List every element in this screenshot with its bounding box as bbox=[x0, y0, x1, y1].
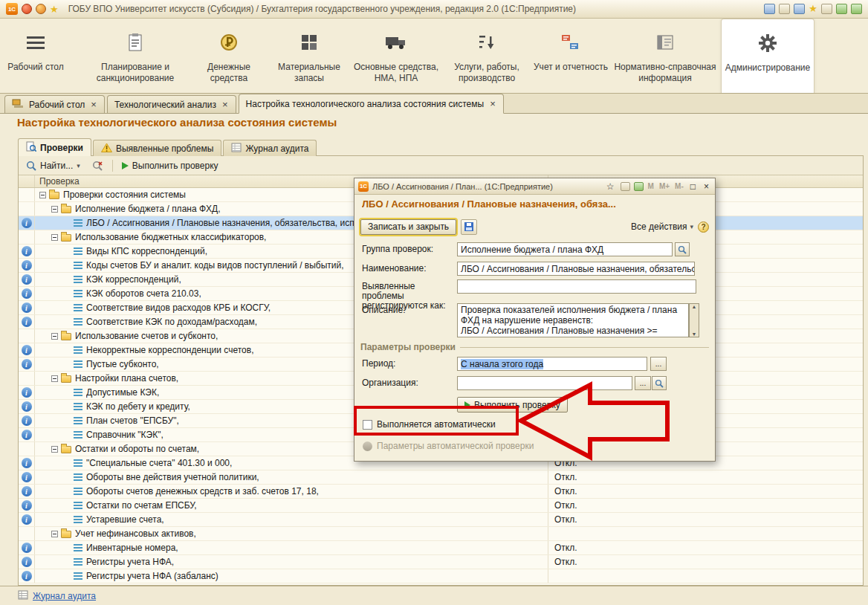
table-row[interactable]: iОстатки по счетам ЕПСБУ,Откл. bbox=[19, 499, 863, 513]
subtab-checks[interactable]: Проверки bbox=[18, 138, 91, 156]
info-icon[interactable]: i bbox=[22, 514, 32, 525]
dialog-run-check-button[interactable]: Выполнить проверку bbox=[457, 397, 568, 412]
ribbon-section-inventory[interactable]: Материальные запасы bbox=[268, 19, 351, 93]
tab-desktop[interactable]: Рабочий стол × bbox=[4, 95, 105, 113]
info-icon[interactable]: i bbox=[22, 500, 32, 511]
problems-field-input[interactable] bbox=[457, 279, 696, 294]
info-icon[interactable]: i bbox=[22, 218, 32, 228]
ribbon-section-desktop[interactable]: Рабочий стол bbox=[1, 19, 70, 93]
favorites-star-icon[interactable]: ★ bbox=[50, 4, 59, 14]
dialog-titlebar[interactable]: 1С ЛБО / Ассигнования / План... (1С:Пред… bbox=[354, 178, 715, 195]
org-field-input[interactable] bbox=[457, 376, 632, 390]
ribbon-section-administration[interactable]: Администрирование bbox=[721, 19, 814, 93]
links-icon[interactable] bbox=[821, 4, 832, 14]
save-button[interactable] bbox=[461, 219, 477, 235]
tree-collapse-toggle[interactable] bbox=[51, 333, 58, 340]
info-icon[interactable]: i bbox=[22, 571, 32, 581]
close-icon[interactable]: × bbox=[702, 181, 711, 192]
org-lookup-button[interactable] bbox=[652, 376, 667, 390]
info-icon[interactable]: i bbox=[22, 345, 32, 355]
calendar-icon[interactable] bbox=[851, 4, 862, 14]
run-check-button[interactable]: Выполнить проверку bbox=[119, 159, 221, 172]
table-row[interactable]: iОбороты вне действия учетной политики,О… bbox=[19, 470, 863, 485]
ribbon-section-money[interactable]: Денежные средства bbox=[190, 19, 268, 93]
clear-search-button[interactable] bbox=[89, 159, 106, 172]
auto-check-params-button[interactable]: Параметры автоматической проверки bbox=[363, 441, 534, 451]
panel-right-icon[interactable] bbox=[779, 4, 790, 14]
save-and-close-button[interactable]: Записать и закрыть bbox=[360, 219, 456, 235]
org-choose-button[interactable]: ... bbox=[635, 376, 651, 390]
tree-collapse-toggle[interactable] bbox=[51, 206, 58, 213]
history-icon[interactable] bbox=[794, 4, 805, 14]
info-icon[interactable]: i bbox=[22, 543, 32, 553]
subtab-audit-log[interactable]: Журнал аудита bbox=[223, 140, 317, 156]
scroll-down-icon[interactable]: ▼ bbox=[692, 331, 697, 337]
info-icon[interactable]: i bbox=[22, 458, 32, 468]
info-icon[interactable]: i bbox=[22, 260, 32, 271]
tree-collapse-toggle[interactable] bbox=[51, 531, 58, 537]
table-row[interactable]: iОбороты счетов денежных средств и заб. … bbox=[19, 485, 863, 499]
close-icon[interactable]: × bbox=[221, 99, 229, 110]
scroll-up-icon[interactable]: ▲ bbox=[692, 304, 697, 309]
find-button[interactable]: Найти... ▾ bbox=[23, 159, 83, 172]
checkbox-box[interactable] bbox=[363, 420, 372, 430]
help-button[interactable]: ? bbox=[698, 221, 709, 233]
ribbon-section-planning[interactable]: Планирование и санкционирование bbox=[80, 19, 190, 93]
info-icon[interactable]: i bbox=[22, 274, 32, 285]
info-icon[interactable]: i bbox=[22, 430, 32, 440]
auto-run-checkbox[interactable]: Выполняется автоматически bbox=[363, 419, 496, 430]
tree-collapse-toggle[interactable] bbox=[51, 234, 58, 241]
info-icon[interactable]: i bbox=[22, 486, 32, 496]
group-lookup-button[interactable] bbox=[675, 242, 690, 256]
memory-mminus-button[interactable]: М- bbox=[674, 182, 684, 190]
all-actions-button[interactable]: Все действия ▾ bbox=[631, 221, 693, 232]
table-row[interactable]: iИнвентарные номера,Откл. bbox=[19, 541, 863, 555]
dialog-star-icon[interactable]: ☆ bbox=[604, 181, 617, 192]
panel-left-icon[interactable] bbox=[764, 4, 775, 14]
tree-collapse-toggle[interactable] bbox=[39, 192, 46, 198]
close-icon[interactable]: × bbox=[90, 99, 97, 110]
tree-collapse-toggle[interactable] bbox=[51, 375, 58, 382]
subtab-problems[interactable]: Выявленные проблемы bbox=[93, 140, 222, 156]
memory-m-button[interactable]: М bbox=[647, 182, 655, 190]
ribbon-section-services[interactable]: Услуги, работы, производство bbox=[441, 19, 532, 93]
audit-log-link[interactable]: Журнал аудита bbox=[33, 591, 96, 601]
maximize-icon[interactable]: □ bbox=[688, 181, 698, 192]
add-favorite-icon[interactable]: ★ bbox=[809, 4, 817, 14]
tab-tech-analysis-settings[interactable]: Настройка технологического анализа состо… bbox=[239, 94, 504, 114]
info-icon[interactable]: i bbox=[22, 415, 32, 426]
memory-mplus-button[interactable]: М+ bbox=[658, 182, 670, 190]
info-icon[interactable]: i bbox=[22, 472, 32, 482]
info-icon[interactable]: i bbox=[22, 288, 32, 299]
dialog-calendar-icon[interactable] bbox=[634, 182, 644, 191]
description-scrollbar[interactable]: ▲ ▼ bbox=[689, 303, 699, 337]
info-icon[interactable]: i bbox=[22, 302, 32, 313]
quick-access-button[interactable] bbox=[36, 4, 46, 14]
description-field-input[interactable]: Проверка показателей исполнения бюджета … bbox=[457, 303, 689, 337]
table-row[interactable]: Учет нефинансовых активов, bbox=[19, 527, 863, 541]
table-row[interactable]: iРегистры учета НФА,Откл. bbox=[19, 555, 863, 569]
info-icon[interactable]: i bbox=[22, 557, 32, 567]
main-menu-button[interactable] bbox=[22, 4, 32, 14]
name-field-input[interactable]: ЛБО / Ассигнования / Плановые назначения… bbox=[457, 262, 695, 276]
ribbon-section-fixed-assets[interactable]: Основные средства, НМА, НПА bbox=[351, 19, 441, 93]
info-icon[interactable]: i bbox=[22, 246, 32, 256]
period-choose-button[interactable]: ... bbox=[650, 357, 667, 371]
table-row[interactable]: iРегистры учета НФА (забаланс) bbox=[19, 569, 863, 583]
info-icon[interactable]: i bbox=[22, 401, 32, 412]
close-icon[interactable]: × bbox=[489, 98, 496, 109]
app-logo-icon[interactable]: 1С bbox=[6, 3, 18, 15]
ribbon-section-accounting[interactable]: Учет и отчетность bbox=[532, 19, 609, 93]
info-icon[interactable]: i bbox=[22, 359, 32, 369]
dialog-panel-icon[interactable] bbox=[621, 182, 630, 191]
group-field-input[interactable]: Исполнение бюджета / плана ФХД bbox=[457, 242, 673, 256]
row-label-cell: Регистры учета НФА, bbox=[35, 555, 548, 569]
tree-collapse-toggle[interactable] bbox=[51, 446, 58, 453]
info-icon[interactable]: i bbox=[22, 317, 32, 327]
calculator-icon[interactable] bbox=[836, 4, 847, 14]
ribbon-section-reference[interactable]: Нормативно-справочная информация bbox=[609, 19, 721, 93]
info-icon[interactable]: i bbox=[22, 387, 32, 398]
tab-tech-analysis[interactable]: Технологический анализ × bbox=[107, 95, 236, 113]
table-row[interactable]: iУстаревшие счета,Откл. bbox=[19, 513, 863, 527]
period-field-input[interactable]: С начала этого года bbox=[457, 357, 647, 371]
